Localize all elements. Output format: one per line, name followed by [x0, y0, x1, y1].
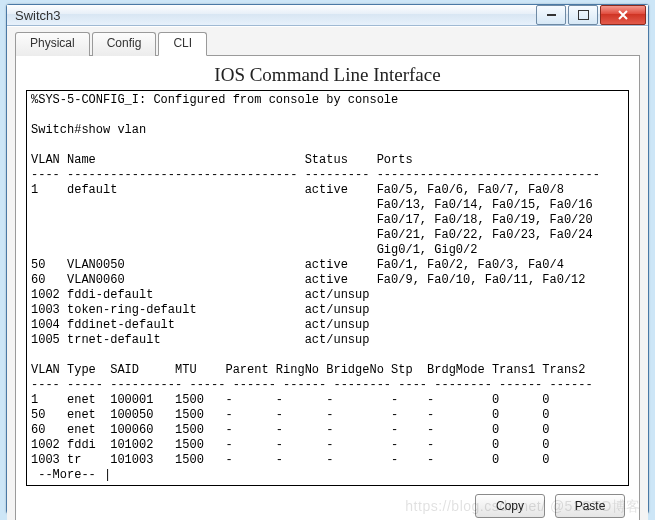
- panel-heading: IOS Command Line Interface: [26, 64, 629, 86]
- tab-physical[interactable]: Physical: [15, 32, 90, 56]
- app-window: Switch3 Physical Config CLI IOS Command …: [6, 4, 649, 514]
- window-title: Switch3: [15, 8, 534, 23]
- button-row: Copy Paste: [26, 486, 629, 520]
- tab-cli[interactable]: CLI: [158, 32, 207, 56]
- close-button[interactable]: [600, 5, 646, 25]
- minimize-button[interactable]: [536, 5, 566, 25]
- cli-frame: %SYS-5-CONFIG_I: Configured from console…: [26, 90, 629, 486]
- paste-button[interactable]: Paste: [555, 494, 625, 518]
- tab-panel-cli: IOS Command Line Interface %SYS-5-CONFIG…: [15, 55, 640, 520]
- copy-button[interactable]: Copy: [475, 494, 545, 518]
- tab-config[interactable]: Config: [92, 32, 157, 56]
- close-icon: [617, 9, 629, 21]
- cli-terminal[interactable]: %SYS-5-CONFIG_I: Configured from console…: [27, 91, 628, 485]
- titlebar[interactable]: Switch3: [7, 5, 648, 26]
- window-body: Physical Config CLI IOS Command Line Int…: [7, 26, 648, 520]
- maximize-button[interactable]: [568, 5, 598, 25]
- window-controls: [534, 5, 646, 25]
- tabstrip: Physical Config CLI: [15, 32, 640, 56]
